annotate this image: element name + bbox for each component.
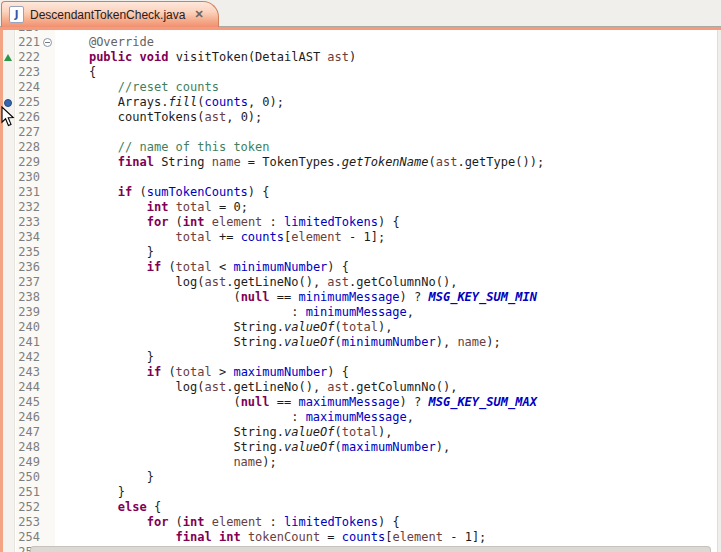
line-number[interactable]: 238 [14,290,40,305]
code-line[interactable]: 253 for (int element : limitedTokens) { [0,515,721,530]
mouse-cursor-icon [1,106,15,127]
line-number[interactable]: 244 [14,380,40,395]
line-number[interactable]: 254 [14,530,40,545]
line-number[interactable]: 247 [14,425,40,440]
code-text: log(ast.getLineNo(), ast.getColumnNo(), [60,380,457,395]
code-line[interactable]: 226 countTokens(ast, 0); [0,110,721,125]
code-text: } [60,485,125,500]
code-line[interactable]: 246 : maximumMessage, [0,410,721,425]
line-number[interactable]: 243 [14,365,40,380]
line-number[interactable]: 249 [14,455,40,470]
code-text: // name of this token [60,140,270,155]
line-number[interactable]: 235 [14,245,40,260]
code-line[interactable]: 243 if (total > maximumNumber) { [0,365,721,380]
line-number[interactable]: 239 [14,305,40,320]
code-line[interactable]: 251 } [0,485,721,500]
code-line[interactable]: 250 } [0,470,721,485]
code-line[interactable]: 238 (null == minimumMessage) ? MSG_KEY_S… [0,290,721,305]
code-line[interactable]: 244 log(ast.getLineNo(), ast.getColumnNo… [0,380,721,395]
code-line[interactable]: 234 total += counts[element - 1]; [0,230,721,245]
code-line[interactable]: 252 else { [0,500,721,515]
fold-collapse-icon[interactable] [43,38,52,47]
line-number[interactable]: 246 [14,410,40,425]
code-editor[interactable]: 220221 @Override222 public void visitTok… [0,30,721,552]
close-icon[interactable]: ✕ [194,8,203,21]
line-number[interactable]: 237 [14,275,40,290]
line-number[interactable]: 245 [14,395,40,410]
code-text: String.valueOf(total), [60,425,392,440]
code-line[interactable]: 224 //reset counts [0,80,721,95]
code-text: name); [60,455,277,470]
code-line[interactable]: 230 [0,170,721,185]
code-line[interactable]: 245 (null == maximumMessage) ? MSG_KEY_S… [0,395,721,410]
line-number[interactable]: 248 [14,440,40,455]
code-line[interactable]: 223 { [0,65,721,80]
code-line[interactable]: 233 for (int element : limitedTokens) { [0,215,721,230]
line-number[interactable]: 241 [14,335,40,350]
line-number[interactable]: 221 [14,35,40,50]
code-line[interactable]: 247 String.valueOf(total), [0,425,721,440]
code-text: } [60,350,154,365]
horizontal-scrollbar[interactable] [30,546,711,552]
line-number[interactable]: 250 [14,470,40,485]
code-text: if (total > maximumNumber) { [60,365,349,380]
code-line[interactable]: 221 @Override [0,35,721,50]
line-number[interactable]: 224 [14,80,40,95]
tab-descendant-token-check[interactable]: J DescendantTokenCheck.java ✕ [1,1,219,27]
code-text: String.valueOf(minimumNumber), name); [60,335,501,350]
code-text: Arrays.fill(counts, 0); [60,95,284,110]
code-text: String.valueOf(maximumNumber), [60,440,450,455]
line-number[interactable]: 231 [14,185,40,200]
code-text: log(ast.getLineNo(), ast.getColumnNo(), [60,275,457,290]
code-line[interactable]: 227 [0,125,721,140]
code-line[interactable]: 241 String.valueOf(minimumNumber), name)… [0,335,721,350]
line-number[interactable]: 252 [14,500,40,515]
line-number[interactable]: 228 [14,140,40,155]
code-line[interactable]: 222 public void visitToken(DetailAST ast… [0,50,721,65]
line-number[interactable]: 251 [14,485,40,500]
code-line[interactable]: 225 Arrays.fill(counts, 0); [0,95,721,110]
code-text: (null == maximumMessage) ? MSG_KEY_SUM_M… [60,395,537,410]
code-line[interactable]: 231 if (sumTokenCounts) { [0,185,721,200]
code-text: for (int element : limitedTokens) { [60,515,400,530]
code-line[interactable]: 232 int total = 0; [0,200,721,215]
line-number[interactable]: 236 [14,260,40,275]
code-line[interactable]: 249 name); [0,455,721,470]
line-number[interactable]: 232 [14,200,40,215]
code-text: String.valueOf(total), [60,320,392,335]
line-number[interactable]: 223 [14,65,40,80]
line-number[interactable]: 225 [14,95,40,110]
code-line[interactable]: 239 : minimumMessage, [0,305,721,320]
code-line[interactable]: 235 } [0,245,721,260]
overview-ruler[interactable] [717,30,721,552]
line-number[interactable]: 227 [14,125,40,140]
code-line[interactable]: 237 log(ast.getLineNo(), ast.getColumnNo… [0,275,721,290]
code-text: { [60,65,96,80]
line-number[interactable]: 234 [14,230,40,245]
line-number[interactable]: 230 [14,170,40,185]
line-number[interactable]: 240 [14,320,40,335]
code-line[interactable]: 236 if (total < minimumNumber) { [0,260,721,275]
line-number[interactable]: 253 [14,515,40,530]
code-line[interactable]: 228 // name of this token [0,140,721,155]
code-line[interactable]: 254 final int tokenCount = counts[elemen… [0,530,721,545]
code-text: (null == minimumMessage) ? MSG_KEY_SUM_M… [60,290,537,305]
code-line[interactable]: 248 String.valueOf(maximumNumber), [0,440,721,455]
editor-tab-bar: J DescendantTokenCheck.java ✕ [0,0,721,27]
code-line[interactable]: 242 } [0,350,721,365]
code-text: public void visitToken(DetailAST ast) [60,50,356,65]
line-number[interactable]: 229 [14,155,40,170]
line-number[interactable]: 226 [14,110,40,125]
code-lines[interactable]: 220221 @Override222 public void visitTok… [0,30,721,552]
code-text: final String name = TokenTypes.getTokenN… [60,155,544,170]
line-number[interactable]: 233 [14,215,40,230]
code-line[interactable]: 240 String.valueOf(total), [0,320,721,335]
line-number[interactable]: 222 [14,50,40,65]
eclipse-editor-window: J DescendantTokenCheck.java ✕ 220221 @Ov… [0,0,721,552]
code-text: else { [60,500,161,515]
code-text: if (total < minimumNumber) { [60,260,349,275]
code-text: if (sumTokenCounts) { [60,185,270,200]
code-text: : minimumMessage, [60,305,414,320]
line-number[interactable]: 242 [14,350,40,365]
code-line[interactable]: 229 final String name = TokenTypes.getTo… [0,155,721,170]
